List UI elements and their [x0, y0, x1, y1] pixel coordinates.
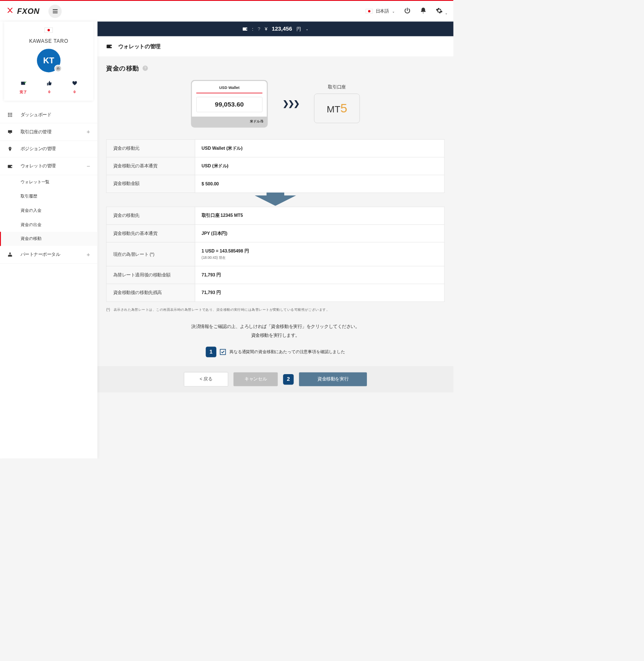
thumb-up-icon — [47, 81, 52, 86]
id-card-check-icon — [20, 81, 26, 86]
flag-jp-icon — [44, 27, 53, 33]
check-icon — [221, 350, 225, 354]
submit-button[interactable]: 資金移動を実行 — [299, 372, 367, 386]
stat-label: 完了 — [20, 90, 27, 95]
main-content: : ? ¥ 123,456 円 ⌄ ウォレットの管理 資金の移動 ? USD W… — [97, 21, 453, 458]
cell-value: 取引口座 12345 MT5 — [195, 207, 444, 224]
nav-wallet-list[interactable]: ウォレット一覧 — [0, 175, 97, 189]
nav-label: 取引口座の管理 — [21, 129, 87, 135]
grid-icon — [8, 112, 13, 117]
settings-button[interactable]: ⌄ — [436, 7, 447, 16]
mt-version: 5 — [340, 101, 347, 115]
dest-account-card: MT5 — [314, 94, 360, 123]
cell-value: 71,793 円 — [195, 284, 444, 302]
wallet-icon — [106, 44, 112, 49]
cell-value: USD Wallet (米ドル) — [195, 140, 444, 157]
nav-positions[interactable]: ポジションの管理 — [0, 141, 97, 157]
nav-accounts[interactable]: 取引口座の管理 + — [0, 123, 97, 141]
svg-rect-6 — [110, 46, 112, 47]
app-header: FXON 日本語 ⌄ ⌄ — [0, 1, 453, 21]
section-title: 資金の移動 — [106, 64, 139, 73]
wallet-icon — [8, 164, 13, 169]
cell-label: 資金移動元の基本通貨 — [106, 157, 195, 175]
chevron-down-icon: ⌄ — [445, 11, 447, 15]
logo[interactable]: FXON — [6, 6, 39, 16]
dest-label: 取引口座 — [314, 84, 360, 90]
button-bar: < 戻る キャンセル 2 資金移動を実行 — [97, 366, 453, 393]
cell-label: 現在の為替レート (*) — [106, 242, 195, 266]
table-row: 資金移動金額$ 500.00 — [106, 175, 444, 193]
chevron-down-icon: ⌄ — [306, 27, 309, 31]
nav-wallet-withdraw[interactable]: 資金の出金 — [0, 218, 97, 232]
nav-wallet-transfer[interactable]: 資金の移動 — [0, 232, 97, 246]
nav-wallet[interactable]: ウォレットの管理 − — [0, 157, 97, 175]
wallet-currency: 米ドル/$ — [191, 117, 267, 124]
notifications-button[interactable] — [420, 7, 427, 16]
expand-icon: + — [86, 128, 90, 135]
stat-label: 0 — [47, 90, 52, 94]
chevron-down-icon: ⌄ — [392, 9, 395, 13]
pin-icon — [8, 146, 13, 152]
nav-wallet-history[interactable]: 取引履歴 — [0, 189, 97, 203]
cell-label: 為替レート適用後の移動金額 — [106, 266, 195, 284]
svg-marker-7 — [255, 193, 296, 206]
profile-card: KAWASE TARO KT 完了 0 0 — [4, 21, 93, 101]
source-wallet-card: USD Wallet 99,053.60 米ドル/$ — [191, 80, 267, 128]
main-nav: ダッシュボード 取引口座の管理 + ポジションの管理 ウォレットの管理 − ウォ… — [0, 107, 97, 264]
cell-label: 資金移動金額 — [106, 175, 195, 193]
flag-jp-icon — [366, 9, 373, 13]
nav-label: ウォレットの管理 — [21, 163, 87, 169]
separator: : — [252, 26, 253, 32]
cell-label: 資金移動先の基本通貨 — [106, 224, 195, 242]
monitor-icon — [8, 129, 13, 135]
nav-label: パートナーポータル — [21, 252, 87, 258]
confirm-checkbox[interactable] — [220, 349, 226, 355]
cell-label: 資金の移動先 — [106, 207, 195, 224]
confirm-text: 決済情報をご確認の上、よろしければ「資金移動を実行」をクリックしてください。 資… — [106, 323, 444, 339]
camera-icon — [56, 67, 60, 70]
table-row: 資金の移動先取引口座 12345 MT5 — [106, 207, 444, 224]
help-icon[interactable]: ? — [143, 65, 148, 71]
language-selector[interactable]: 日本語 ⌄ — [366, 8, 395, 14]
table-row: 資金移動元の基本通貨USD (米ドル) — [106, 157, 444, 175]
back-button[interactable]: < 戻る — [184, 372, 229, 386]
heart-icon — [72, 81, 78, 86]
cell-value: JPY (日本円) — [195, 224, 444, 242]
menu-toggle-button[interactable] — [49, 5, 62, 18]
cancel-button[interactable]: キャンセル — [234, 372, 278, 386]
nav-wallet-deposit[interactable]: 資金の入金 — [0, 203, 97, 218]
mt-text: MT — [327, 104, 340, 115]
stat-thumb[interactable]: 0 — [47, 80, 52, 95]
expand-icon: + — [86, 251, 90, 258]
nav-label: ダッシュボード — [21, 112, 90, 117]
nav-dashboard[interactable]: ダッシュボード — [0, 107, 97, 123]
table-row: 資金移動後の移動先残高71,793 円 — [106, 284, 444, 302]
cell-value: 1 USD = 143.585498 円(18:00:43) 現在 — [195, 242, 444, 266]
currency-symbol: ¥ — [265, 26, 267, 32]
stat-label: 0 — [72, 90, 78, 94]
cell-label: 資金移動後の移動先残高 — [106, 284, 195, 302]
svg-rect-0 — [21, 82, 26, 85]
confirm-checkbox-row: 1 異なる通貨間の資金移動にあたっての注意事項を確認しました — [106, 346, 444, 357]
svg-rect-2 — [11, 166, 13, 167]
cell-value: $ 500.00 — [195, 175, 444, 193]
page-header: ウォレットの管理 — [97, 36, 453, 57]
table-row: 現在の為替レート (*)1 USD = 143.585498 円(18:00:4… — [106, 242, 444, 266]
avatar-camera-button[interactable] — [55, 65, 62, 72]
balance-bar[interactable]: : ? ¥ 123,456 円 ⌄ — [97, 21, 453, 36]
arrow-down-icon — [106, 193, 444, 207]
stat-heart[interactable]: 0 — [72, 80, 78, 95]
nav-partner[interactable]: パートナーポータル + — [0, 246, 97, 263]
transfer-visual: USD Wallet 99,053.60 米ドル/$ ❯❯❯ 取引口座 MT5 — [106, 80, 444, 128]
dest-detail-table: 資金の移動先取引口座 12345 MT5 資金移動先の基本通貨JPY (日本円)… — [106, 207, 444, 302]
logo-text: FXON — [17, 7, 40, 16]
sidebar: KAWASE TARO KT 完了 0 0 — [0, 21, 97, 458]
svg-rect-4 — [246, 29, 247, 29]
hamburger-icon — [52, 8, 58, 14]
rate-disclaimer: (*) 表示された為替レートは、この画面表示時の為替レートであり、資金移動の実行… — [106, 307, 444, 312]
power-button[interactable] — [404, 7, 411, 16]
wallet-title: USD Wallet — [196, 85, 262, 93]
stat-complete[interactable]: 完了 — [20, 80, 27, 95]
sitemap-icon — [8, 252, 13, 258]
help-icon: ? — [258, 26, 260, 32]
